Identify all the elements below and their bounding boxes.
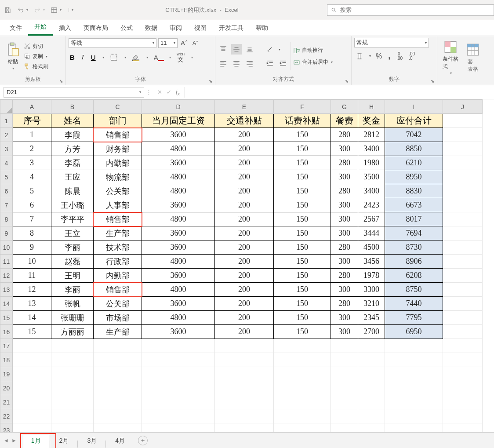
dept-cell-row12[interactable]: 内勤部 (94, 269, 142, 283)
table-cell[interactable]: 李丽 (51, 283, 94, 297)
empty-cell[interactable] (443, 381, 483, 395)
increase-decimal-icon[interactable]: .0.00 (395, 51, 404, 62)
table-header[interactable]: 姓名 (51, 114, 94, 128)
table-cell[interactable]: 6208 (385, 269, 443, 283)
empty-cell[interactable] (142, 367, 215, 381)
empty-cell[interactable] (13, 381, 51, 395)
row-header-2[interactable]: 2 (0, 128, 13, 142)
empty-cell[interactable] (331, 367, 358, 381)
empty-cell[interactable] (358, 395, 385, 409)
table-cell[interactable]: 8730 (385, 240, 443, 255)
row-header-12[interactable]: 12 (0, 269, 13, 283)
dept-cell-row16[interactable]: 生产部 (94, 325, 142, 339)
empty-cell[interactable] (331, 353, 358, 367)
table-cell[interactable]: 9 (13, 240, 51, 255)
new-sheet-button[interactable]: ＋ (138, 436, 148, 445)
table-cell[interactable]: 15 (13, 325, 51, 339)
table-icon[interactable] (50, 6, 58, 14)
table-cell[interactable]: 200 (215, 283, 274, 297)
empty-cell[interactable] (51, 353, 94, 367)
table-cell[interactable]: 200 (215, 184, 274, 198)
empty-cell[interactable] (443, 367, 483, 381)
table-cell[interactable]: 150 (274, 156, 331, 170)
comma-icon[interactable]: , (387, 50, 392, 62)
table-cell[interactable]: 150 (274, 198, 331, 212)
col-header-A[interactable]: A (13, 100, 51, 114)
worksheet-grid[interactable]: ABCDEFGHIJ1序号姓名部门当月固定工资交通补贴话费补贴餐费奖金应付合计2… (0, 99, 494, 432)
empty-cell[interactable] (215, 395, 274, 409)
table-cell[interactable]: 7795 (385, 311, 443, 325)
empty-cell[interactable] (358, 409, 385, 423)
table-cell[interactable]: 7042 (385, 128, 443, 142)
table-cell[interactable]: 3600 (142, 128, 215, 142)
font-size-combo[interactable]: 11▾ (158, 38, 178, 48)
table-cell[interactable]: 3600 (142, 240, 215, 255)
align-top-icon[interactable] (218, 44, 229, 55)
table-cell[interactable]: 300 (331, 226, 358, 240)
table-cell[interactable]: 3210 (358, 297, 385, 311)
border-button[interactable] (109, 52, 119, 62)
table-cell[interactable]: 280 (331, 240, 358, 255)
paste-button[interactable]: 粘贴▾ (3, 40, 23, 72)
sheet-tab-4月[interactable]: 4月 (107, 434, 133, 448)
table-cell[interactable]: 方芳 (51, 142, 94, 156)
bold-button[interactable]: B (69, 52, 76, 62)
name-box[interactable]: D21▾ (4, 87, 144, 98)
table-cell[interactable]: 李丽 (51, 240, 94, 255)
table-cell[interactable]: 张帆 (51, 297, 94, 311)
row-header-14[interactable]: 14 (0, 297, 13, 311)
table-cell[interactable]: 3300 (358, 283, 385, 297)
table-cell[interactable]: 13 (13, 297, 51, 311)
accept-formula-icon[interactable]: ✓ (167, 89, 171, 95)
empty-cell[interactable] (274, 423, 331, 433)
table-cell[interactable]: 4800 (142, 311, 215, 325)
dept-cell-row2[interactable]: 销售部 (94, 128, 142, 142)
row-header-8[interactable]: 8 (0, 212, 13, 226)
table-header[interactable]: 部门 (94, 114, 142, 128)
table-cell[interactable]: 4 (13, 170, 51, 184)
tab-视图[interactable]: 视图 (188, 22, 213, 36)
number-format-combo[interactable]: 常规▾ (354, 38, 429, 47)
table-cell[interactable]: 3600 (142, 156, 215, 170)
empty-cell[interactable] (215, 381, 274, 395)
empty-cell[interactable] (274, 367, 331, 381)
row-header-13[interactable]: 13 (0, 283, 13, 297)
table-cell[interactable]: 11 (13, 269, 51, 283)
empty-cell[interactable] (142, 381, 215, 395)
table-cell[interactable]: 300 (331, 212, 358, 226)
search-input[interactable] (340, 7, 490, 13)
format-painter-button[interactable]: 格式刷 (23, 62, 49, 71)
table-header[interactable]: 话费补贴 (274, 114, 331, 128)
row-header-5[interactable]: 5 (0, 170, 13, 184)
increase-font-icon[interactable]: A˄ (179, 38, 189, 48)
table-cell[interactable]: 200 (215, 156, 274, 170)
empty-cell[interactable] (142, 353, 215, 367)
empty-cell[interactable] (443, 339, 483, 353)
table-header[interactable]: 奖金 (358, 114, 385, 128)
table-cell[interactable]: 3 (13, 156, 51, 170)
tab-公式[interactable]: 公式 (114, 22, 139, 36)
row-header-10[interactable]: 10 (0, 240, 13, 255)
table-cell[interactable]: 3600 (142, 325, 215, 339)
table-cell[interactable]: 4800 (142, 283, 215, 297)
row-header-4[interactable]: 4 (0, 156, 13, 170)
tab-插入[interactable]: 插入 (53, 22, 77, 36)
empty-cell[interactable] (94, 423, 142, 433)
table-cell[interactable]: 200 (215, 269, 274, 283)
table-cell[interactable]: 3400 (358, 184, 385, 198)
table-cell[interactable]: 4800 (142, 184, 215, 198)
empty-cell[interactable] (358, 367, 385, 381)
empty-cell[interactable] (13, 423, 51, 433)
col-header-E[interactable]: E (215, 100, 274, 114)
row-header-18[interactable]: 18 (0, 353, 13, 367)
row-header-11[interactable]: 11 (0, 255, 13, 269)
percent-icon[interactable]: % (374, 51, 383, 62)
table-cell[interactable]: 150 (274, 283, 331, 297)
sheet-tab-3月[interactable]: 3月 (79, 434, 105, 448)
accounting-format-icon[interactable] (354, 51, 365, 62)
empty-cell[interactable] (358, 423, 385, 433)
dept-cell-row10[interactable]: 技术部 (94, 240, 142, 255)
empty-cell[interactable] (51, 381, 94, 395)
row-header-23[interactable]: 23 (0, 423, 13, 433)
empty-cell[interactable] (385, 409, 443, 423)
